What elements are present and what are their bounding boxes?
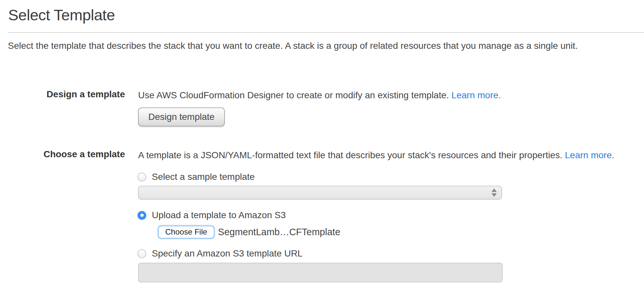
up-down-arrows-icon: [492, 188, 497, 197]
arrow-up-icon: [492, 188, 497, 192]
url-template-radio[interactable]: [137, 249, 146, 258]
choose-description-text: A template is a JSON/YAML-formatted text…: [138, 150, 563, 160]
sample-template-option[interactable]: Select a sample template: [137, 172, 255, 182]
file-upload-row: Choose File SegmentLamb…CFTemplate: [158, 225, 340, 239]
sample-template-select[interactable]: [138, 186, 502, 200]
upload-template-radio[interactable]: [137, 211, 146, 220]
upload-template-option[interactable]: Upload a template to Amazon S3: [137, 210, 286, 220]
design-learn-more-link[interactable]: Learn more.: [452, 90, 501, 100]
title-divider: [8, 32, 644, 33]
choose-template-description: A template is a JSON/YAML-formatted text…: [138, 149, 614, 161]
url-template-radio-label[interactable]: Specify an Amazon S3 template URL: [152, 248, 303, 259]
page-description: Select the template that describes the s…: [8, 40, 578, 52]
choose-learn-more-link[interactable]: Learn more.: [565, 150, 614, 160]
arrow-down-icon: [492, 193, 497, 197]
sample-template-radio[interactable]: [137, 173, 146, 181]
upload-template-radio-label[interactable]: Upload a template to Amazon S3: [152, 210, 286, 220]
design-template-label: Design a template: [8, 89, 125, 100]
uploaded-file-name: SegmentLamb…CFTemplate: [218, 227, 340, 238]
page-title: Select Template: [8, 6, 115, 24]
select-template-page: Select Template Select the template that…: [0, 0, 644, 304]
s3-template-url-input[interactable]: [138, 263, 503, 282]
design-template-description: Use AWS CloudFormation Designer to creat…: [138, 89, 501, 101]
choose-file-button[interactable]: Choose File: [158, 225, 215, 239]
sample-template-radio-label[interactable]: Select a sample template: [152, 172, 255, 182]
url-template-option[interactable]: Specify an Amazon S3 template URL: [137, 248, 303, 259]
design-template-button[interactable]: Design template: [138, 107, 225, 126]
design-description-text: Use AWS CloudFormation Designer to creat…: [138, 90, 449, 100]
choose-template-label: Choose a template: [8, 149, 125, 160]
